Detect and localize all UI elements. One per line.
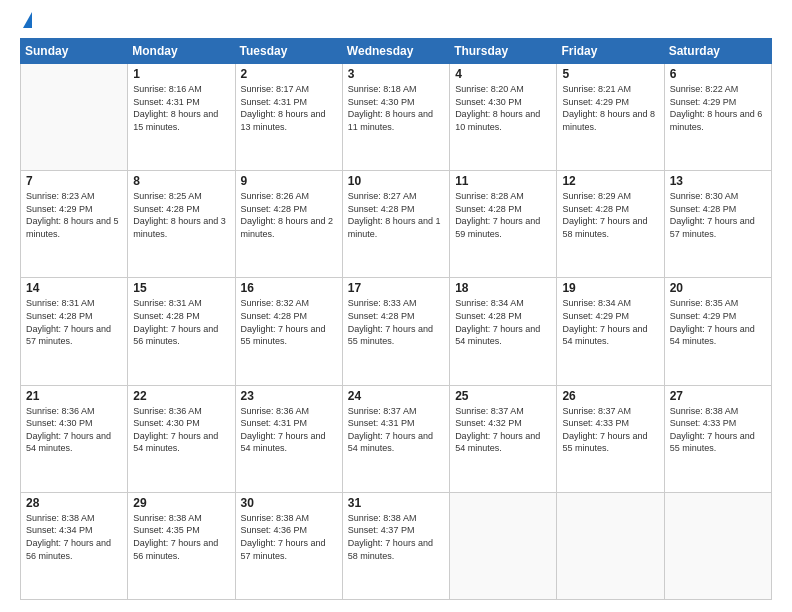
calendar-cell: 18Sunrise: 8:34 AMSunset: 4:28 PMDayligh…: [450, 278, 557, 385]
calendar-cell: 26Sunrise: 8:37 AMSunset: 4:33 PMDayligh…: [557, 385, 664, 492]
calendar-cell: 24Sunrise: 8:37 AMSunset: 4:31 PMDayligh…: [342, 385, 449, 492]
calendar-cell: 30Sunrise: 8:38 AMSunset: 4:36 PMDayligh…: [235, 492, 342, 599]
calendar-cell: 20Sunrise: 8:35 AMSunset: 4:29 PMDayligh…: [664, 278, 771, 385]
day-info: Sunrise: 8:38 AMSunset: 4:34 PMDaylight:…: [26, 512, 122, 562]
day-header-monday: Monday: [128, 39, 235, 64]
day-number: 14: [26, 281, 122, 295]
calendar-cell: 9Sunrise: 8:26 AMSunset: 4:28 PMDaylight…: [235, 171, 342, 278]
day-info: Sunrise: 8:36 AMSunset: 4:30 PMDaylight:…: [133, 405, 229, 455]
logo-icon: [23, 12, 32, 28]
day-info: Sunrise: 8:29 AMSunset: 4:28 PMDaylight:…: [562, 190, 658, 240]
calendar-cell: 23Sunrise: 8:36 AMSunset: 4:31 PMDayligh…: [235, 385, 342, 492]
day-number: 2: [241, 67, 337, 81]
day-info: Sunrise: 8:37 AMSunset: 4:31 PMDaylight:…: [348, 405, 444, 455]
day-number: 11: [455, 174, 551, 188]
day-number: 26: [562, 389, 658, 403]
calendar-cell: 17Sunrise: 8:33 AMSunset: 4:28 PMDayligh…: [342, 278, 449, 385]
day-info: Sunrise: 8:25 AMSunset: 4:28 PMDaylight:…: [133, 190, 229, 240]
day-number: 18: [455, 281, 551, 295]
header: [20, 16, 772, 28]
page: SundayMondayTuesdayWednesdayThursdayFrid…: [0, 0, 792, 612]
calendar-cell: [21, 64, 128, 171]
day-number: 27: [670, 389, 766, 403]
calendar-cell: [664, 492, 771, 599]
calendar-cell: 16Sunrise: 8:32 AMSunset: 4:28 PMDayligh…: [235, 278, 342, 385]
day-info: Sunrise: 8:21 AMSunset: 4:29 PMDaylight:…: [562, 83, 658, 133]
day-header-tuesday: Tuesday: [235, 39, 342, 64]
calendar-week-3: 21Sunrise: 8:36 AMSunset: 4:30 PMDayligh…: [21, 385, 772, 492]
calendar-cell: 13Sunrise: 8:30 AMSunset: 4:28 PMDayligh…: [664, 171, 771, 278]
day-number: 16: [241, 281, 337, 295]
day-info: Sunrise: 8:33 AMSunset: 4:28 PMDaylight:…: [348, 297, 444, 347]
day-header-wednesday: Wednesday: [342, 39, 449, 64]
day-info: Sunrise: 8:16 AMSunset: 4:31 PMDaylight:…: [133, 83, 229, 133]
calendar-cell: 28Sunrise: 8:38 AMSunset: 4:34 PMDayligh…: [21, 492, 128, 599]
day-number: 31: [348, 496, 444, 510]
calendar-cell: 10Sunrise: 8:27 AMSunset: 4:28 PMDayligh…: [342, 171, 449, 278]
calendar-cell: 11Sunrise: 8:28 AMSunset: 4:28 PMDayligh…: [450, 171, 557, 278]
calendar-week-4: 28Sunrise: 8:38 AMSunset: 4:34 PMDayligh…: [21, 492, 772, 599]
calendar-cell: 21Sunrise: 8:36 AMSunset: 4:30 PMDayligh…: [21, 385, 128, 492]
calendar-cell: 4Sunrise: 8:20 AMSunset: 4:30 PMDaylight…: [450, 64, 557, 171]
day-number: 19: [562, 281, 658, 295]
day-info: Sunrise: 8:34 AMSunset: 4:28 PMDaylight:…: [455, 297, 551, 347]
day-number: 8: [133, 174, 229, 188]
calendar-cell: 19Sunrise: 8:34 AMSunset: 4:29 PMDayligh…: [557, 278, 664, 385]
calendar-cell: 22Sunrise: 8:36 AMSunset: 4:30 PMDayligh…: [128, 385, 235, 492]
day-number: 13: [670, 174, 766, 188]
calendar-cell: 8Sunrise: 8:25 AMSunset: 4:28 PMDaylight…: [128, 171, 235, 278]
day-number: 4: [455, 67, 551, 81]
day-info: Sunrise: 8:38 AMSunset: 4:37 PMDaylight:…: [348, 512, 444, 562]
day-info: Sunrise: 8:38 AMSunset: 4:36 PMDaylight:…: [241, 512, 337, 562]
day-info: Sunrise: 8:20 AMSunset: 4:30 PMDaylight:…: [455, 83, 551, 133]
day-info: Sunrise: 8:32 AMSunset: 4:28 PMDaylight:…: [241, 297, 337, 347]
day-number: 28: [26, 496, 122, 510]
day-info: Sunrise: 8:35 AMSunset: 4:29 PMDaylight:…: [670, 297, 766, 347]
day-number: 30: [241, 496, 337, 510]
calendar-cell: 29Sunrise: 8:38 AMSunset: 4:35 PMDayligh…: [128, 492, 235, 599]
calendar-cell: 6Sunrise: 8:22 AMSunset: 4:29 PMDaylight…: [664, 64, 771, 171]
day-number: 5: [562, 67, 658, 81]
day-info: Sunrise: 8:34 AMSunset: 4:29 PMDaylight:…: [562, 297, 658, 347]
day-info: Sunrise: 8:22 AMSunset: 4:29 PMDaylight:…: [670, 83, 766, 133]
day-number: 23: [241, 389, 337, 403]
day-header-thursday: Thursday: [450, 39, 557, 64]
day-number: 25: [455, 389, 551, 403]
calendar-cell: 1Sunrise: 8:16 AMSunset: 4:31 PMDaylight…: [128, 64, 235, 171]
day-number: 21: [26, 389, 122, 403]
day-number: 10: [348, 174, 444, 188]
day-info: Sunrise: 8:28 AMSunset: 4:28 PMDaylight:…: [455, 190, 551, 240]
day-number: 6: [670, 67, 766, 81]
calendar-week-2: 14Sunrise: 8:31 AMSunset: 4:28 PMDayligh…: [21, 278, 772, 385]
calendar-cell: [557, 492, 664, 599]
day-header-sunday: Sunday: [21, 39, 128, 64]
day-info: Sunrise: 8:23 AMSunset: 4:29 PMDaylight:…: [26, 190, 122, 240]
day-info: Sunrise: 8:31 AMSunset: 4:28 PMDaylight:…: [133, 297, 229, 347]
day-number: 24: [348, 389, 444, 403]
day-number: 17: [348, 281, 444, 295]
calendar-cell: 5Sunrise: 8:21 AMSunset: 4:29 PMDaylight…: [557, 64, 664, 171]
day-info: Sunrise: 8:38 AMSunset: 4:35 PMDaylight:…: [133, 512, 229, 562]
day-number: 9: [241, 174, 337, 188]
day-info: Sunrise: 8:30 AMSunset: 4:28 PMDaylight:…: [670, 190, 766, 240]
day-number: 1: [133, 67, 229, 81]
calendar-cell: 15Sunrise: 8:31 AMSunset: 4:28 PMDayligh…: [128, 278, 235, 385]
day-info: Sunrise: 8:18 AMSunset: 4:30 PMDaylight:…: [348, 83, 444, 133]
day-info: Sunrise: 8:36 AMSunset: 4:31 PMDaylight:…: [241, 405, 337, 455]
day-number: 7: [26, 174, 122, 188]
day-number: 20: [670, 281, 766, 295]
calendar-cell: 7Sunrise: 8:23 AMSunset: 4:29 PMDaylight…: [21, 171, 128, 278]
calendar-cell: 2Sunrise: 8:17 AMSunset: 4:31 PMDaylight…: [235, 64, 342, 171]
day-number: 3: [348, 67, 444, 81]
calendar-cell: 3Sunrise: 8:18 AMSunset: 4:30 PMDaylight…: [342, 64, 449, 171]
calendar-table: SundayMondayTuesdayWednesdayThursdayFrid…: [20, 38, 772, 600]
calendar-week-0: 1Sunrise: 8:16 AMSunset: 4:31 PMDaylight…: [21, 64, 772, 171]
day-header-friday: Friday: [557, 39, 664, 64]
day-header-saturday: Saturday: [664, 39, 771, 64]
day-number: 29: [133, 496, 229, 510]
calendar-week-1: 7Sunrise: 8:23 AMSunset: 4:29 PMDaylight…: [21, 171, 772, 278]
day-number: 22: [133, 389, 229, 403]
calendar-cell: 25Sunrise: 8:37 AMSunset: 4:32 PMDayligh…: [450, 385, 557, 492]
day-info: Sunrise: 8:27 AMSunset: 4:28 PMDaylight:…: [348, 190, 444, 240]
day-info: Sunrise: 8:37 AMSunset: 4:33 PMDaylight:…: [562, 405, 658, 455]
